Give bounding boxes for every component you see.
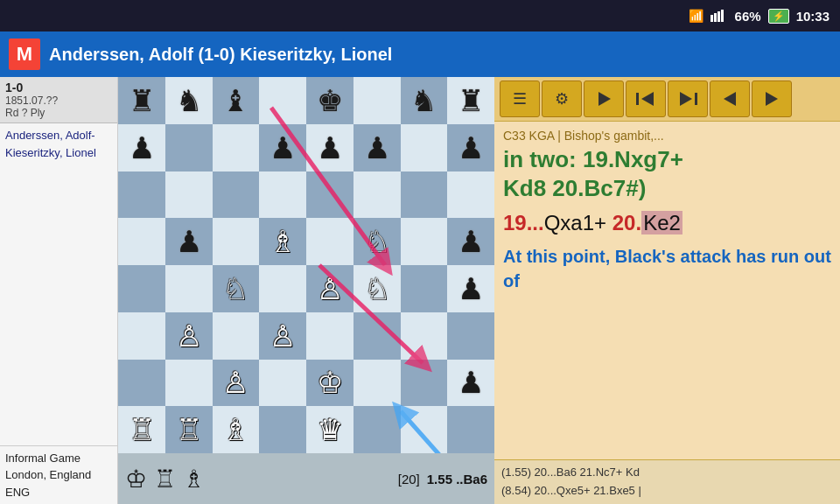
- square-e6[interactable]: [306, 172, 354, 219]
- square-g3[interactable]: [401, 312, 448, 360]
- square-b1[interactable]: ♖: [165, 406, 213, 453]
- square-d4[interactable]: [259, 265, 306, 312]
- square-g4[interactable]: [401, 265, 448, 312]
- svg-marker-9: [680, 92, 692, 106]
- square-f1[interactable]: [354, 406, 401, 453]
- svg-marker-6: [598, 92, 611, 106]
- prev-button[interactable]: [710, 80, 750, 117]
- square-h2[interactable]: ♟: [447, 360, 494, 407]
- square-b2[interactable]: [165, 360, 213, 407]
- square-d7[interactable]: ♟: [259, 124, 306, 172]
- board-bottom-bar: ♔ ♖ ♗ [20] 1.55 ..Ba6: [118, 453, 494, 504]
- piece-queen-white: ♛: [317, 415, 343, 444]
- square-h5[interactable]: ♟: [447, 218, 494, 265]
- menu-button[interactable]: ☰: [500, 80, 540, 117]
- square-h3[interactable]: [447, 312, 494, 360]
- square-c1[interactable]: ♗: [213, 406, 260, 453]
- square-d6[interactable]: [259, 172, 306, 219]
- square-e5[interactable]: [306, 218, 354, 265]
- square-c4[interactable]: ♘: [213, 265, 260, 312]
- square-b5[interactable]: ♟: [165, 218, 213, 265]
- next-button[interactable]: [752, 80, 792, 117]
- square-e2[interactable]: ♔: [306, 360, 354, 407]
- bottom-piece-1: ♔: [125, 465, 147, 494]
- game-location: London, England: [5, 466, 112, 484]
- next-end-button[interactable]: [668, 80, 708, 117]
- square-g6[interactable]: [401, 172, 448, 219]
- chess-board[interactable]: ♜ ♞ ♝ ♚ ♞ ♜ ♟ ♟ ♟ ♟ ♟: [118, 77, 494, 453]
- move-ke2: Ke2: [641, 211, 682, 234]
- square-d8[interactable]: [259, 77, 306, 124]
- game-date: 1851.07.??: [5, 94, 112, 107]
- square-h7[interactable]: ♟: [447, 124, 494, 172]
- square-d3[interactable]: ♙: [259, 312, 306, 360]
- square-c6[interactable]: [213, 172, 260, 219]
- square-a1[interactable]: ♖: [118, 406, 165, 453]
- square-e4[interactable]: ♙: [306, 265, 354, 312]
- opening-name: C33 KGA | Bishop's gambit,...: [503, 129, 831, 143]
- square-h1[interactable]: [447, 406, 494, 453]
- square-d5[interactable]: ♗: [259, 218, 306, 265]
- square-f8[interactable]: [354, 77, 401, 124]
- square-c8[interactable]: ♝: [213, 77, 260, 124]
- square-a3[interactable]: [118, 312, 165, 360]
- tactic-line1: in two: 19.Nxg7+: [503, 146, 831, 173]
- game-details: Anderssen, Adolf- Kieseritzky, Lionel: [0, 123, 117, 445]
- square-b7[interactable]: [165, 124, 213, 172]
- square-a8[interactable]: ♜: [118, 77, 165, 124]
- square-e7[interactable]: ♟: [306, 124, 354, 172]
- sidebar: 1-0 1851.07.?? Rd ? Ply Anderssen, Adolf…: [0, 77, 118, 504]
- square-a6[interactable]: [118, 172, 165, 219]
- svg-rect-10: [695, 93, 697, 105]
- settings-button[interactable]: ⚙: [542, 80, 582, 117]
- piece-rook-black: ♜: [129, 86, 155, 116]
- variation-1[interactable]: (1.55) 20...Ba6 21.Nc7+ Kd: [501, 464, 833, 482]
- square-c5[interactable]: [213, 218, 260, 265]
- square-g5[interactable]: [401, 218, 448, 265]
- svg-rect-2: [718, 11, 720, 22]
- square-a4[interactable]: [118, 265, 165, 312]
- square-e1[interactable]: ♛: [306, 406, 354, 453]
- square-f3[interactable]: [354, 312, 401, 360]
- game-result: 1-0: [5, 80, 112, 94]
- square-b6[interactable]: [165, 172, 213, 219]
- square-f2[interactable]: [354, 360, 401, 407]
- square-c3[interactable]: [213, 312, 260, 360]
- square-g8[interactable]: ♞: [401, 77, 448, 124]
- square-g2[interactable]: [401, 360, 448, 407]
- square-a2[interactable]: [118, 360, 165, 407]
- square-d2[interactable]: [259, 360, 306, 407]
- square-b3[interactable]: ♙: [165, 312, 213, 360]
- square-h8[interactable]: ♜: [447, 77, 494, 124]
- square-g1[interactable]: [401, 406, 448, 453]
- board-area: ♜ ♞ ♝ ♚ ♞ ♜ ♟ ♟ ♟ ♟ ♟: [118, 77, 494, 504]
- piece-pawn-black-b5: ♟: [176, 227, 202, 256]
- move-black: Qxa1+: [544, 211, 612, 234]
- prev-start-button[interactable]: [626, 80, 666, 117]
- variation-2[interactable]: (8.54) 20...Qxe5+ 21.Bxe5 |: [501, 482, 833, 500]
- square-h6[interactable]: [447, 172, 494, 219]
- square-b4[interactable]: [165, 265, 213, 312]
- wifi-icon: 📶: [689, 9, 704, 23]
- svg-marker-12: [766, 92, 778, 106]
- square-b8[interactable]: ♞: [165, 77, 213, 124]
- m-button[interactable]: M: [9, 38, 40, 70]
- square-f5[interactable]: ♘: [354, 218, 401, 265]
- square-e3[interactable]: [306, 312, 354, 360]
- piece-pawn-black-h5: ♟: [458, 227, 484, 256]
- square-a5[interactable]: [118, 218, 165, 265]
- square-f7[interactable]: ♟: [354, 124, 401, 172]
- rd-ply: Rd ? Ply: [5, 107, 112, 119]
- square-c2[interactable]: ♙: [213, 360, 260, 407]
- play-button[interactable]: [584, 80, 624, 117]
- piece-pawn-black-a7: ♟: [129, 133, 155, 163]
- square-d1[interactable]: [259, 406, 306, 453]
- square-a7[interactable]: ♟: [118, 124, 165, 172]
- square-f6[interactable]: [354, 172, 401, 219]
- square-f4[interactable]: ♘: [354, 265, 401, 312]
- square-h4[interactable]: ♟: [447, 265, 494, 312]
- square-g7[interactable]: [401, 124, 448, 172]
- piece-rook-white-a1: ♖: [129, 415, 155, 444]
- square-c7[interactable]: [213, 124, 260, 172]
- square-e8[interactable]: ♚: [306, 77, 354, 124]
